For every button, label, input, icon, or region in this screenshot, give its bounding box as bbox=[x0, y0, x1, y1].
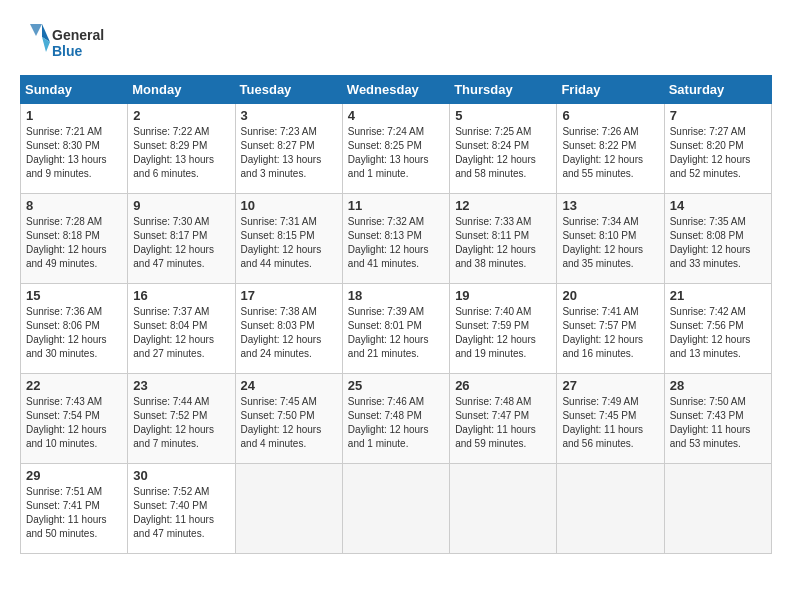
calendar-cell bbox=[235, 464, 342, 554]
day-number: 13 bbox=[562, 198, 658, 213]
day-info: Sunrise: 7:49 AM Sunset: 7:45 PM Dayligh… bbox=[562, 395, 658, 451]
calendar-cell: 27Sunrise: 7:49 AM Sunset: 7:45 PM Dayli… bbox=[557, 374, 664, 464]
day-number: 30 bbox=[133, 468, 229, 483]
calendar-cell: 20Sunrise: 7:41 AM Sunset: 7:57 PM Dayli… bbox=[557, 284, 664, 374]
day-info: Sunrise: 7:44 AM Sunset: 7:52 PM Dayligh… bbox=[133, 395, 229, 451]
day-info: Sunrise: 7:41 AM Sunset: 7:57 PM Dayligh… bbox=[562, 305, 658, 361]
calendar-cell: 9Sunrise: 7:30 AM Sunset: 8:17 PM Daylig… bbox=[128, 194, 235, 284]
day-number: 9 bbox=[133, 198, 229, 213]
header-sunday: Sunday bbox=[21, 76, 128, 104]
header-friday: Friday bbox=[557, 76, 664, 104]
day-info: Sunrise: 7:26 AM Sunset: 8:22 PM Dayligh… bbox=[562, 125, 658, 181]
calendar-cell: 23Sunrise: 7:44 AM Sunset: 7:52 PM Dayli… bbox=[128, 374, 235, 464]
day-number: 4 bbox=[348, 108, 444, 123]
calendar-cell: 17Sunrise: 7:38 AM Sunset: 8:03 PM Dayli… bbox=[235, 284, 342, 374]
day-info: Sunrise: 7:25 AM Sunset: 8:24 PM Dayligh… bbox=[455, 125, 551, 181]
day-number: 8 bbox=[26, 198, 122, 213]
day-number: 27 bbox=[562, 378, 658, 393]
day-number: 6 bbox=[562, 108, 658, 123]
calendar-table: SundayMondayTuesdayWednesdayThursdayFrid… bbox=[20, 75, 772, 554]
day-info: Sunrise: 7:42 AM Sunset: 7:56 PM Dayligh… bbox=[670, 305, 766, 361]
day-info: Sunrise: 7:52 AM Sunset: 7:40 PM Dayligh… bbox=[133, 485, 229, 541]
day-info: Sunrise: 7:39 AM Sunset: 8:01 PM Dayligh… bbox=[348, 305, 444, 361]
calendar-week-4: 22Sunrise: 7:43 AM Sunset: 7:54 PM Dayli… bbox=[21, 374, 772, 464]
calendar-cell: 22Sunrise: 7:43 AM Sunset: 7:54 PM Dayli… bbox=[21, 374, 128, 464]
calendar-cell: 13Sunrise: 7:34 AM Sunset: 8:10 PM Dayli… bbox=[557, 194, 664, 284]
svg-marker-5 bbox=[30, 24, 42, 36]
calendar-cell: 2Sunrise: 7:22 AM Sunset: 8:29 PM Daylig… bbox=[128, 104, 235, 194]
day-number: 2 bbox=[133, 108, 229, 123]
day-number: 25 bbox=[348, 378, 444, 393]
day-number: 12 bbox=[455, 198, 551, 213]
day-info: Sunrise: 7:31 AM Sunset: 8:15 PM Dayligh… bbox=[241, 215, 337, 271]
logo-svg: General Blue bbox=[20, 20, 110, 65]
day-info: Sunrise: 7:27 AM Sunset: 8:20 PM Dayligh… bbox=[670, 125, 766, 181]
svg-text:General: General bbox=[52, 27, 104, 43]
day-number: 23 bbox=[133, 378, 229, 393]
calendar-cell: 18Sunrise: 7:39 AM Sunset: 8:01 PM Dayli… bbox=[342, 284, 449, 374]
day-info: Sunrise: 7:35 AM Sunset: 8:08 PM Dayligh… bbox=[670, 215, 766, 271]
day-number: 21 bbox=[670, 288, 766, 303]
day-number: 14 bbox=[670, 198, 766, 213]
day-number: 7 bbox=[670, 108, 766, 123]
header-tuesday: Tuesday bbox=[235, 76, 342, 104]
calendar-cell: 12Sunrise: 7:33 AM Sunset: 8:11 PM Dayli… bbox=[450, 194, 557, 284]
calendar-cell: 3Sunrise: 7:23 AM Sunset: 8:27 PM Daylig… bbox=[235, 104, 342, 194]
day-number: 10 bbox=[241, 198, 337, 213]
calendar-cell: 25Sunrise: 7:46 AM Sunset: 7:48 PM Dayli… bbox=[342, 374, 449, 464]
day-info: Sunrise: 7:43 AM Sunset: 7:54 PM Dayligh… bbox=[26, 395, 122, 451]
day-number: 5 bbox=[455, 108, 551, 123]
svg-text:Blue: Blue bbox=[52, 43, 83, 59]
day-info: Sunrise: 7:30 AM Sunset: 8:17 PM Dayligh… bbox=[133, 215, 229, 271]
calendar-cell: 1Sunrise: 7:21 AM Sunset: 8:30 PM Daylig… bbox=[21, 104, 128, 194]
day-number: 26 bbox=[455, 378, 551, 393]
calendar-week-2: 8Sunrise: 7:28 AM Sunset: 8:18 PM Daylig… bbox=[21, 194, 772, 284]
day-info: Sunrise: 7:24 AM Sunset: 8:25 PM Dayligh… bbox=[348, 125, 444, 181]
header-monday: Monday bbox=[128, 76, 235, 104]
calendar-cell: 21Sunrise: 7:42 AM Sunset: 7:56 PM Dayli… bbox=[664, 284, 771, 374]
calendar-cell: 26Sunrise: 7:48 AM Sunset: 7:47 PM Dayli… bbox=[450, 374, 557, 464]
day-number: 22 bbox=[26, 378, 122, 393]
calendar-cell: 14Sunrise: 7:35 AM Sunset: 8:08 PM Dayli… bbox=[664, 194, 771, 284]
day-number: 1 bbox=[26, 108, 122, 123]
header-wednesday: Wednesday bbox=[342, 76, 449, 104]
day-info: Sunrise: 7:46 AM Sunset: 7:48 PM Dayligh… bbox=[348, 395, 444, 451]
calendar-cell bbox=[342, 464, 449, 554]
day-info: Sunrise: 7:34 AM Sunset: 8:10 PM Dayligh… bbox=[562, 215, 658, 271]
day-info: Sunrise: 7:36 AM Sunset: 8:06 PM Dayligh… bbox=[26, 305, 122, 361]
calendar-week-1: 1Sunrise: 7:21 AM Sunset: 8:30 PM Daylig… bbox=[21, 104, 772, 194]
header-saturday: Saturday bbox=[664, 76, 771, 104]
calendar-cell: 5Sunrise: 7:25 AM Sunset: 8:24 PM Daylig… bbox=[450, 104, 557, 194]
day-info: Sunrise: 7:45 AM Sunset: 7:50 PM Dayligh… bbox=[241, 395, 337, 451]
day-number: 17 bbox=[241, 288, 337, 303]
calendar-cell bbox=[557, 464, 664, 554]
calendar-header-row: SundayMondayTuesdayWednesdayThursdayFrid… bbox=[21, 76, 772, 104]
day-info: Sunrise: 7:23 AM Sunset: 8:27 PM Dayligh… bbox=[241, 125, 337, 181]
day-info: Sunrise: 7:33 AM Sunset: 8:11 PM Dayligh… bbox=[455, 215, 551, 271]
calendar-cell: 8Sunrise: 7:28 AM Sunset: 8:18 PM Daylig… bbox=[21, 194, 128, 284]
calendar-week-5: 29Sunrise: 7:51 AM Sunset: 7:41 PM Dayli… bbox=[21, 464, 772, 554]
day-number: 11 bbox=[348, 198, 444, 213]
day-number: 18 bbox=[348, 288, 444, 303]
day-info: Sunrise: 7:22 AM Sunset: 8:29 PM Dayligh… bbox=[133, 125, 229, 181]
day-number: 29 bbox=[26, 468, 122, 483]
calendar-week-3: 15Sunrise: 7:36 AM Sunset: 8:06 PM Dayli… bbox=[21, 284, 772, 374]
day-info: Sunrise: 7:37 AM Sunset: 8:04 PM Dayligh… bbox=[133, 305, 229, 361]
calendar-cell: 29Sunrise: 7:51 AM Sunset: 7:41 PM Dayli… bbox=[21, 464, 128, 554]
calendar-cell: 10Sunrise: 7:31 AM Sunset: 8:15 PM Dayli… bbox=[235, 194, 342, 284]
day-number: 20 bbox=[562, 288, 658, 303]
day-number: 16 bbox=[133, 288, 229, 303]
page-header: General Blue bbox=[20, 20, 772, 65]
day-info: Sunrise: 7:38 AM Sunset: 8:03 PM Dayligh… bbox=[241, 305, 337, 361]
calendar-cell: 7Sunrise: 7:27 AM Sunset: 8:20 PM Daylig… bbox=[664, 104, 771, 194]
calendar-cell: 6Sunrise: 7:26 AM Sunset: 8:22 PM Daylig… bbox=[557, 104, 664, 194]
day-number: 28 bbox=[670, 378, 766, 393]
calendar-cell: 11Sunrise: 7:32 AM Sunset: 8:13 PM Dayli… bbox=[342, 194, 449, 284]
calendar-cell bbox=[664, 464, 771, 554]
day-info: Sunrise: 7:51 AM Sunset: 7:41 PM Dayligh… bbox=[26, 485, 122, 541]
day-info: Sunrise: 7:32 AM Sunset: 8:13 PM Dayligh… bbox=[348, 215, 444, 271]
day-number: 3 bbox=[241, 108, 337, 123]
calendar-cell: 4Sunrise: 7:24 AM Sunset: 8:25 PM Daylig… bbox=[342, 104, 449, 194]
logo: General Blue bbox=[20, 20, 110, 65]
calendar-cell: 28Sunrise: 7:50 AM Sunset: 7:43 PM Dayli… bbox=[664, 374, 771, 464]
